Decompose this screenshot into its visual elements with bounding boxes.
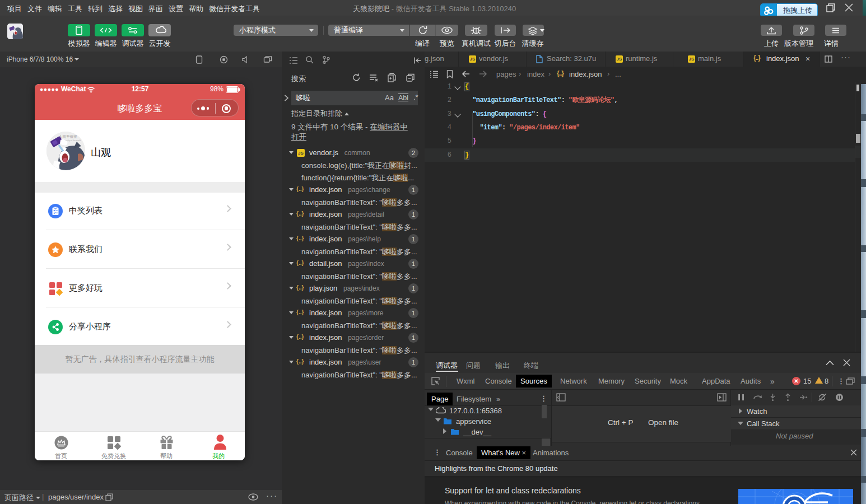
svg-text:人间不值得: 人间不值得 xyxy=(59,134,77,139)
